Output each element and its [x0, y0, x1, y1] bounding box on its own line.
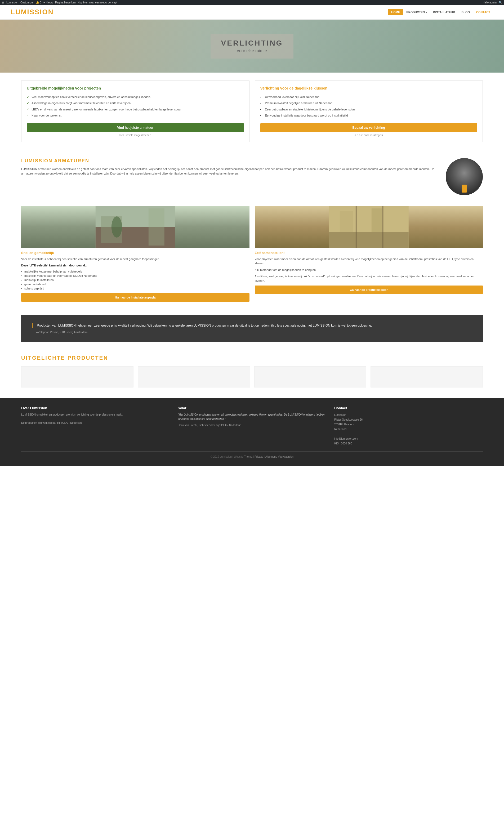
footer-contact-address: Lumission Pieter Goedkoopweg 26 2031EL H…: [334, 412, 483, 446]
svg-rect-10: [371, 209, 382, 232]
footer-phone: 023 - 3030 560: [334, 442, 352, 445]
card1-sub: kies uit vele mogelijkheden: [27, 134, 244, 137]
footer-algemene-link[interactable]: Algemene Voorwaarden: [265, 455, 293, 458]
feature-card-1: Uitgebreide mogelijkheden voor projecten…: [21, 80, 250, 142]
gallery-item-1-bullet-1: makkelijke keuze met behulp van vuistreg…: [21, 269, 250, 274]
product-item-3: [254, 366, 366, 388]
gallery-item-2-desc: Voor projecten waar meer eisen aan de ar…: [255, 257, 483, 266]
armaturen-product-image: [446, 158, 483, 195]
footer-thema-link[interactable]: Thema: [244, 455, 252, 458]
card2-item-4: Eenvoudige installatie waardoor bespaard…: [260, 113, 477, 119]
card2-button[interactable]: Bepaal uw verlichting: [260, 123, 477, 132]
armaturen-title: LUMISSION ARMATUREN: [21, 158, 440, 164]
gallery-item-1-title: Snel en gemakkelijk: [21, 251, 250, 255]
nav-installateur[interactable]: INSTALLATEUR: [430, 9, 459, 15]
card2-sub: a.d.h.v. onze vuistregels: [260, 134, 477, 137]
svg-rect-7: [355, 206, 357, 248]
gallery-image-1: [21, 206, 250, 248]
gallery-item-1-list: makkelijke keuze met behulp van vuistreg…: [21, 269, 250, 291]
gallery-item-2-link: Klik hieronder om de mogelijkheden te be…: [255, 268, 483, 272]
nav-contact[interactable]: CONTACT: [473, 9, 494, 15]
site-header: LUMISSION HOME PRODUCTEN INSTALLATEUR BL…: [0, 5, 504, 20]
svg-rect-8: [382, 206, 383, 248]
gallery-item-1-button[interactable]: Ga naar de installateurspagia: [21, 293, 250, 302]
footer-grid: Over Lumission LUMISSION ontwikkelt en p…: [21, 406, 483, 446]
footer-solar-author: Henk van Brecht, Lichtspecialist bij SOL…: [178, 423, 326, 428]
product-item-4: [370, 366, 483, 388]
nav-blog[interactable]: BLOG: [458, 9, 473, 15]
gallery-item-2-button[interactable]: Ga naar de productselector: [255, 286, 483, 294]
hero-subtitle: voor elke ruimte: [221, 48, 283, 53]
card2-item-3: Zeer betrouwbaar en stabiele lichtstroom…: [260, 106, 477, 113]
gallery-item-2-title: Zelf samenstellen!: [255, 251, 483, 255]
featured-products-section: UITGELICHTE PRODUCTEN: [0, 347, 504, 393]
featured-products-title: UITGELICHTE PRODUCTEN: [21, 355, 483, 361]
gallery-item-1-bullet-5: scherp geprijsd: [21, 286, 250, 291]
card1-item-3: LED's en drivers van de meest gerenommee…: [27, 106, 244, 113]
card1-item-2: Assemblage in eigen huis zorgt voor maxi…: [27, 100, 244, 106]
testimonial-author: — Stephan Pasma, ETB Siberg Amsterdam: [32, 331, 472, 334]
hero-title: VERLICHTING: [221, 39, 283, 47]
card2-title: Verlichting voor de dagelijkse klussen: [260, 86, 477, 90]
gallery-item-1-bold: Deze 'LITE-selectie' kenmerkt zich door …: [21, 263, 250, 268]
card2-list: Uit voorraad leverbaar bij Solar Nederla…: [260, 94, 477, 119]
admin-copy[interactable]: Kopiëren naar een nieuw concept: [78, 1, 117, 4]
footer-country: Nederland: [334, 428, 347, 431]
admin-edit[interactable]: Pagina bewerken: [55, 1, 75, 4]
card1-title: Uitgebreide mogelijkheden voor projecten: [27, 86, 244, 90]
card2-item-1: Uit voorraad leverbaar bij Solar Nederla…: [260, 94, 477, 100]
gallery-item-2-extra: Als dit nog niet genoeg is kunnen wij oo…: [255, 274, 483, 283]
nav-producten[interactable]: PRODUCTEN: [403, 9, 430, 15]
site-logo: LUMISSION: [10, 8, 388, 16]
admin-comments[interactable]: 🔔 0: [36, 1, 41, 4]
gallery-item-1-bullet-3: makkelijk te installeren: [21, 278, 250, 282]
nav-home[interactable]: HOME: [388, 9, 403, 15]
card1-list: Veel maatwerk opties zoals verschillende…: [27, 94, 244, 119]
gallery-item-1-desc: Voor de installateur hebben wij een sele…: [21, 257, 250, 261]
feature-cards-section: Uitgebreide mogelijkheden voor projecten…: [0, 73, 504, 150]
products-grid: [21, 366, 483, 388]
hero-content: VERLICHTING voor elke ruimte: [211, 34, 294, 59]
gallery-svg-2: [255, 206, 483, 248]
gallery-item-1: Snel en gemakkelijk Voor de installateur…: [21, 206, 250, 302]
footer-street: Pieter Goedkoopweg 26: [334, 418, 363, 421]
footer-about-text2: De producten zijn verkrijgbaar bij SOLAR…: [21, 421, 170, 425]
armaturen-text: LUMISSION ARMATUREN LUMISSION armaturen …: [21, 158, 440, 176]
svg-rect-3: [149, 209, 165, 246]
card1-button[interactable]: Vind het juiste armatuur: [27, 123, 244, 132]
gallery-image-2: [255, 206, 483, 248]
admin-user[interactable]: Hallo admin: [482, 1, 497, 4]
main-nav: HOME PRODUCTEN INSTALLATEUR BLOG CONTACT: [388, 9, 494, 15]
armaturen-section: LUMISSION ARMATUREN LUMISSION armaturen …: [0, 150, 504, 203]
card1-item-1: Veel maatwerk opties zoals verschillende…: [27, 94, 244, 100]
card1-item-4: Klaar voor de toekomst: [27, 113, 244, 119]
admin-customizer[interactable]: Customizer: [21, 1, 34, 4]
hero-section: VERLICHTING voor elke ruimte: [0, 20, 504, 73]
footer-solar-quote: "Met LUMISSION producten kunnen wij proj…: [178, 412, 326, 421]
footer-col-solar: Solar "Met LUMISSION producten kunnen wi…: [178, 406, 326, 446]
admin-search-icon[interactable]: 🔍: [499, 1, 502, 4]
gallery-svg-1: [21, 206, 250, 248]
footer-company: Lumission: [334, 413, 346, 417]
site-footer: Over Lumission LUMISSION ontwikkelt en p…: [0, 398, 504, 466]
card2-item-2: Premium kwaliteit degelijke armaturen ui…: [260, 100, 477, 106]
footer-col-about: Over Lumission LUMISSION ontwikkelt en p…: [21, 406, 170, 446]
svg-rect-9: [339, 211, 353, 232]
gallery-section: Snel en gemakkelijk Voor de installateur…: [0, 203, 504, 310]
admin-lumission[interactable]: Lumission: [6, 1, 18, 4]
footer-col-contact: Contact Lumission Pieter Goedkoopweg 26 …: [334, 406, 483, 446]
product-item-1: [21, 366, 134, 388]
gallery-item-2: Zelf samenstellen! Voor projecten waar m…: [255, 206, 483, 302]
product-item-2: [138, 366, 250, 388]
footer-copyright: © 2019 Lumission | Website: [211, 455, 244, 458]
feature-card-2: Verlichting voor de dagelijkse klussen U…: [255, 80, 483, 142]
admin-new[interactable]: + Nieuw: [43, 1, 53, 4]
gallery-item-1-bullet-2: makkelijk verkrijgbaar uit voorraad bij …: [21, 274, 250, 278]
hero-overlay: VERLICHTING voor elke ruimte: [211, 34, 294, 59]
svg-rect-6: [329, 232, 408, 248]
footer-email[interactable]: info@lumission.com: [334, 437, 358, 440]
wp-icon[interactable]: ⊞: [2, 1, 4, 4]
footer-postal: 2031EL Haarlem: [334, 423, 354, 426]
footer-privacy-link[interactable]: Privacy: [254, 455, 263, 458]
footer-contact-title: Contact: [334, 406, 483, 410]
